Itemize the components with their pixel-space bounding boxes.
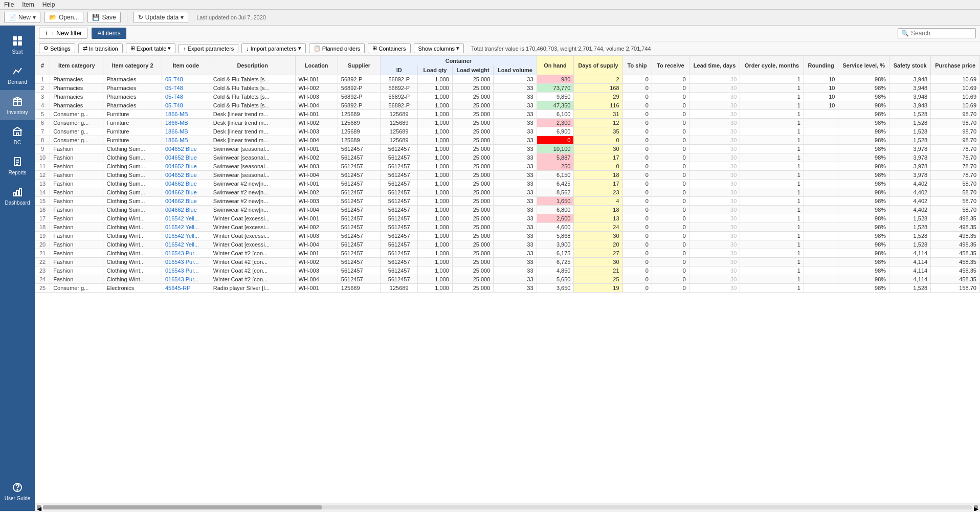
cell-code[interactable]: 05-T48 bbox=[162, 84, 210, 93]
import-params-button[interactable]: ↓ Import parameters ▾ bbox=[241, 43, 305, 53]
col-onhand[interactable]: On hand bbox=[537, 56, 574, 75]
cell-code[interactable]: 1866-MB bbox=[162, 119, 210, 127]
cell-code[interactable]: 004662 Blue bbox=[162, 180, 210, 188]
export-dropdown-icon[interactable]: ▾ bbox=[168, 45, 171, 52]
cell-code[interactable]: 004662 Blue bbox=[162, 197, 210, 206]
cell-lvol: 33 bbox=[494, 197, 537, 206]
cell-code[interactable]: 016542 Yell... bbox=[162, 223, 210, 232]
col-rounding[interactable]: Rounding bbox=[804, 56, 838, 75]
col-item-cat[interactable]: Item category bbox=[50, 56, 103, 75]
export-table-button[interactable]: ⊞ Export table ▾ bbox=[126, 43, 176, 53]
sidebar-label-demand: Demand bbox=[8, 79, 27, 85]
update-button[interactable]: ↻ Update data ▾ bbox=[133, 12, 188, 23]
cell-code[interactable]: 016542 Yell... bbox=[162, 214, 210, 223]
cell-num: 12 bbox=[35, 171, 50, 180]
cell-onhand: 10,100 bbox=[537, 145, 574, 153]
col-load-qty[interactable]: Load qty bbox=[418, 65, 453, 75]
cell-lqty: 1,000 bbox=[418, 136, 453, 145]
cell-code[interactable]: 05-T48 bbox=[162, 101, 210, 110]
planned-orders-button[interactable]: 📋 Planned orders bbox=[309, 43, 365, 53]
cell-dos: 20 bbox=[574, 240, 622, 249]
cell-code[interactable]: 016542 Yell... bbox=[162, 232, 210, 240]
col-toreceive[interactable]: To receive bbox=[652, 56, 689, 75]
containers-button[interactable]: ⊞ Containers bbox=[368, 43, 410, 53]
cell-loc: WH-003 bbox=[295, 93, 338, 101]
cell-code[interactable]: 05-T48 bbox=[162, 75, 210, 84]
sidebar-item-dashboard[interactable]: Dashboard bbox=[0, 181, 35, 211]
cell-code[interactable]: 016543 Pur... bbox=[162, 249, 210, 258]
cell-code[interactable]: 45645-RP bbox=[162, 284, 210, 293]
scroll-right-btn[interactable]: ▶ bbox=[974, 505, 978, 509]
horizontal-scrollbar[interactable] bbox=[43, 505, 972, 509]
sidebar-item-demand[interactable]: Demand bbox=[0, 60, 35, 90]
show-columns-button[interactable]: Show columns ▾ bbox=[414, 43, 464, 53]
col-leadtime[interactable]: Lead time, days bbox=[689, 56, 740, 75]
bottom-bar: ◀ ▶ bbox=[35, 503, 980, 511]
open-button[interactable]: 📂 Open... bbox=[44, 12, 83, 23]
menu-file[interactable]: File bbox=[4, 1, 14, 8]
col-toship[interactable]: To ship bbox=[622, 56, 652, 75]
cell-lwt: 25,000 bbox=[452, 214, 493, 223]
cell-code[interactable]: 016542 Yell... bbox=[162, 240, 210, 249]
col-load-weight[interactable]: Load weight bbox=[452, 65, 493, 75]
cell-code[interactable]: 05-T48 bbox=[162, 93, 210, 101]
settings-button[interactable]: ⚙ Settings bbox=[39, 43, 75, 53]
col-sl[interactable]: Service level, % bbox=[838, 56, 889, 75]
cell-rounding bbox=[804, 180, 838, 188]
cell-code[interactable]: 1866-MB bbox=[162, 127, 210, 136]
sidebar-item-start[interactable]: Start bbox=[0, 30, 35, 60]
in-transition-button[interactable]: ⇄ In transition bbox=[78, 43, 123, 53]
search-input[interactable] bbox=[911, 30, 972, 37]
cell-code[interactable]: 004652 Blue bbox=[162, 162, 210, 171]
col-num[interactable]: # bbox=[35, 56, 50, 75]
cell-loc: WH-001 bbox=[295, 110, 338, 119]
import-dropdown-icon[interactable]: ▾ bbox=[298, 45, 301, 52]
cell-desc: Swimwear #2 new[n... bbox=[210, 206, 295, 214]
col-container-group: Container bbox=[381, 56, 537, 66]
sidebar-item-dc[interactable]: DC bbox=[0, 120, 35, 150]
cell-cat2: Pharmacies bbox=[103, 75, 162, 84]
cell-toreceive: 0 bbox=[652, 240, 689, 249]
cell-code[interactable]: 1866-MB bbox=[162, 110, 210, 119]
cell-code[interactable]: 016543 Pur... bbox=[162, 258, 210, 266]
cell-code[interactable]: 016543 Pur... bbox=[162, 275, 210, 284]
scroll-left-btn[interactable]: ◀ bbox=[37, 505, 41, 509]
cell-dos: 30 bbox=[574, 232, 622, 240]
table-row: 3 Pharmacies Pharmacies 05-T48 Cold & Fl… bbox=[35, 93, 980, 101]
update-dropdown-icon[interactable]: ▾ bbox=[181, 14, 184, 21]
col-ordercycle[interactable]: Order cycle, months bbox=[740, 56, 804, 75]
all-items-button[interactable]: All items bbox=[92, 28, 126, 39]
new-button[interactable]: 📄 New ▾ bbox=[4, 12, 40, 23]
cell-code[interactable]: 1866-MB bbox=[162, 136, 210, 145]
show-columns-icon[interactable]: ▾ bbox=[456, 45, 459, 52]
col-ss[interactable]: Safety stock bbox=[889, 56, 931, 75]
menu-item[interactable]: Item bbox=[22, 1, 34, 8]
sidebar-item-reports[interactable]: Reports bbox=[0, 150, 35, 181]
menu-help[interactable]: Help bbox=[42, 1, 55, 8]
col-item-code[interactable]: Item code bbox=[162, 56, 210, 75]
cell-code[interactable]: 004662 Blue bbox=[162, 188, 210, 197]
cell-code[interactable]: 004662 Blue bbox=[162, 206, 210, 214]
cell-sup: 125689 bbox=[338, 119, 380, 127]
cell-code[interactable]: 016543 Pur... bbox=[162, 266, 210, 275]
save-button[interactable]: 💾 Save bbox=[87, 12, 120, 23]
col-supplier[interactable]: Supplier bbox=[338, 56, 380, 75]
cell-code[interactable]: 004652 Blue bbox=[162, 145, 210, 153]
cell-code[interactable]: 004652 Blue bbox=[162, 153, 210, 162]
col-item-cat2[interactable]: Item category 2 bbox=[103, 56, 162, 75]
col-container-id[interactable]: ID bbox=[381, 65, 418, 75]
col-desc[interactable]: Description bbox=[210, 56, 295, 75]
cell-desc: Winter Coat [excessi... bbox=[210, 240, 295, 249]
col-dos[interactable]: Days of supply bbox=[574, 56, 622, 75]
new-dropdown-icon[interactable]: ▾ bbox=[33, 14, 36, 21]
sidebar-item-inventory[interactable]: Inventory bbox=[0, 90, 35, 120]
col-location[interactable]: Location bbox=[295, 56, 338, 75]
cell-desc: Winter Coat [excessi... bbox=[210, 214, 295, 223]
col-load-volume[interactable]: Load volume bbox=[494, 65, 537, 75]
col-pp[interactable]: Purchase price bbox=[931, 56, 980, 75]
new-filter-button[interactable]: + + New filter bbox=[39, 28, 87, 39]
table-container[interactable]: # Item category Item category 2 Item cod… bbox=[35, 56, 980, 503]
cell-code[interactable]: 004652 Blue bbox=[162, 171, 210, 180]
sidebar-item-userguide[interactable]: User Guide bbox=[3, 476, 33, 507]
export-params-button[interactable]: ↑ Export parameters bbox=[179, 44, 238, 53]
